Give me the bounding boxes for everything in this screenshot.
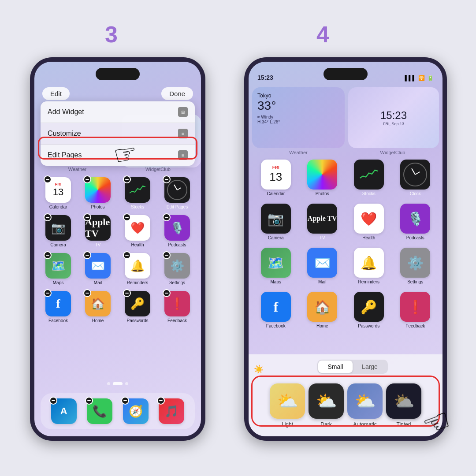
minus-badge bbox=[121, 397, 129, 405]
p2-app-clock[interactable]: Clock bbox=[394, 160, 438, 196]
p2-app-passwords[interactable]: 🔑 Passwords bbox=[347, 292, 391, 328]
p2-app-calendar[interactable]: FRI 13 Calendar bbox=[254, 160, 298, 196]
reminders-label: Reminders bbox=[127, 280, 148, 285]
weather-condition-2: ≈ Windy bbox=[257, 115, 339, 119]
minus-badge bbox=[44, 175, 52, 183]
size-tab-large[interactable]: Large bbox=[353, 361, 387, 373]
minus-badge bbox=[163, 175, 171, 183]
p2-app-grid-row2: 📷 Camera Apple TV TV ❤️ Health 🎙️ Podcas… bbox=[252, 204, 439, 240]
app-reminders[interactable]: 🔔 Reminders bbox=[119, 253, 156, 285]
edit-button[interactable]: Edit bbox=[42, 87, 70, 100]
add-widget-icon: ⊞ bbox=[178, 107, 188, 117]
menu-add-widget[interactable]: Add Widget ⊞ bbox=[41, 101, 195, 123]
phone2-frame: 15:23 ▌▌▌ 🛜 🔋 Tokyo 33° ≈ Windy H:34° L:… bbox=[244, 57, 447, 441]
app-settings[interactable]: ⚙️ Settings bbox=[159, 253, 196, 285]
app-feedback[interactable]: ❗ Feedback bbox=[159, 291, 196, 323]
minus-badge bbox=[157, 397, 165, 405]
p2-app-settings[interactable]: ⚙️ Settings bbox=[394, 248, 438, 284]
app-tv[interactable]: Apple TV TV bbox=[79, 215, 116, 247]
clock-time-2: 15:23 bbox=[380, 109, 407, 122]
minus-badge bbox=[85, 397, 93, 405]
dock-music[interactable]: 🎵 bbox=[159, 398, 184, 424]
minus-badge bbox=[83, 251, 91, 259]
p2-app-home[interactable]: 🏠 Home bbox=[301, 292, 345, 328]
p2-feedback-label: Feedback bbox=[405, 324, 425, 328]
p2-app-reminders[interactable]: 🔔 Reminders bbox=[347, 248, 391, 284]
size-tab-small[interactable]: Small bbox=[318, 361, 353, 373]
minus-badge bbox=[163, 251, 171, 259]
maps-label: Maps bbox=[53, 280, 63, 285]
page-dots-1 bbox=[107, 382, 128, 385]
dynamic-island-2 bbox=[324, 68, 368, 80]
photos-label: Photos bbox=[91, 205, 104, 209]
app-photos[interactable]: Photos bbox=[79, 177, 116, 209]
app-mail[interactable]: ✉️ Mail bbox=[79, 253, 116, 285]
dock-phone[interactable]: 📞 bbox=[87, 398, 112, 424]
p2-mail-label: Mail bbox=[318, 279, 326, 284]
p2-app-facebook[interactable]: f Facebook bbox=[254, 292, 298, 328]
app-home[interactable]: 🏠 Home bbox=[79, 291, 116, 323]
clock-widget-2[interactable]: 15:23 FRI, Sep.13 bbox=[348, 87, 439, 148]
minus-badge bbox=[123, 289, 131, 297]
status-icons-2: ▌▌▌ 🛜 🔋 bbox=[405, 75, 434, 81]
dock-safari[interactable]: 🧭 bbox=[123, 398, 149, 424]
p2-app-tv[interactable]: Apple TV TV bbox=[301, 204, 345, 240]
minus-badge bbox=[123, 175, 131, 183]
p2-tv-label: TV bbox=[320, 235, 325, 240]
p2-app-maps[interactable]: 🗺️ Maps bbox=[254, 248, 298, 284]
dynamic-island-1 bbox=[96, 68, 140, 80]
p2-reminders-label: Reminders bbox=[358, 279, 379, 284]
passwords-label: Passwords bbox=[127, 318, 149, 323]
app-stocks[interactable]: Stocks bbox=[119, 177, 156, 209]
app-health[interactable]: ❤️ Health bbox=[119, 215, 156, 247]
phone1-top-bar: Edit Done bbox=[34, 84, 201, 104]
minus-badge bbox=[44, 213, 52, 221]
minus-badge bbox=[44, 251, 52, 259]
app-clock[interactable]: Edit Pages bbox=[159, 177, 196, 209]
app-grid-row2: 📷 Camera Apple TV TV ❤️ Health bbox=[38, 215, 197, 247]
app-camera[interactable]: 📷 Camera bbox=[40, 215, 77, 247]
dock-appstore[interactable]: A bbox=[51, 398, 77, 424]
p2-clock-label: Clock bbox=[410, 191, 421, 196]
weather-city-2: Tokyo bbox=[257, 93, 339, 99]
p2-app-feedback[interactable]: ❗ Feedback bbox=[394, 292, 438, 328]
p2-app-camera[interactable]: 📷 Camera bbox=[254, 204, 298, 240]
widgetclub-label-2: WidgetClub bbox=[347, 150, 438, 155]
p2-passwords-label: Passwords bbox=[358, 324, 379, 328]
p2-app-stocks[interactable]: Stocks bbox=[347, 160, 391, 196]
minus-badge bbox=[83, 175, 91, 183]
app-grid-row1: FRI 13 Calendar Photos bbox=[38, 177, 197, 209]
app-grid-row3: 🗺️ Maps ✉️ Mail 🔔 Reminders bbox=[38, 253, 197, 285]
weather-widget-2[interactable]: Tokyo 33° ≈ Windy H:34° L:26° bbox=[252, 87, 345, 148]
dot bbox=[107, 382, 110, 385]
minus-badge bbox=[123, 213, 131, 221]
app-passwords[interactable]: 🔑 Passwords bbox=[119, 291, 156, 323]
done-button[interactable]: Done bbox=[161, 87, 193, 100]
p2-health-label: Health bbox=[362, 235, 375, 240]
facebook-label: Facebook bbox=[48, 318, 68, 323]
podcasts-label: Podcasts bbox=[168, 242, 186, 247]
camera-label: Camera bbox=[50, 242, 66, 247]
phone1-screen: Edit Done Add Widget ⊞ Customize ≡ Edit … bbox=[34, 62, 201, 436]
phone1-frame: Edit Done Add Widget ⊞ Customize ≡ Edit … bbox=[30, 57, 205, 441]
status-time-2: 15:23 bbox=[257, 74, 273, 81]
minus-badge bbox=[123, 251, 131, 259]
home-label: Home bbox=[92, 318, 104, 323]
app-facebook[interactable]: f Facebook bbox=[40, 291, 77, 323]
app-calendar[interactable]: FRI 13 Calendar bbox=[40, 177, 77, 209]
p2-app-photos[interactable]: Photos bbox=[301, 160, 345, 196]
app-maps[interactable]: 🗺️ Maps bbox=[40, 253, 77, 285]
p2-app-health[interactable]: ❤️ Health bbox=[347, 204, 391, 240]
feedback-label-1: Feedback bbox=[167, 318, 187, 323]
p2-photos-label: Photos bbox=[316, 191, 329, 196]
p2-app-grid-row3: 🗺️ Maps ✉️ Mail 🔔 Reminders ⚙️ Settings bbox=[252, 248, 439, 284]
app-podcasts[interactable]: 🎙️ Podcasts bbox=[159, 215, 196, 247]
weather-label-1: Weather bbox=[39, 167, 116, 172]
weather-temp-2: 33° bbox=[257, 99, 339, 113]
dock-1: A 📞 🧭 🎵 bbox=[41, 393, 195, 429]
p2-app-podcasts[interactable]: 🎙️ Podcasts bbox=[394, 204, 438, 240]
p2-app-mail[interactable]: ✉️ Mail bbox=[301, 248, 345, 284]
tv-label: TV bbox=[95, 242, 101, 247]
health-label: Health bbox=[131, 242, 144, 247]
p2-camera-label: Camera bbox=[268, 235, 284, 240]
